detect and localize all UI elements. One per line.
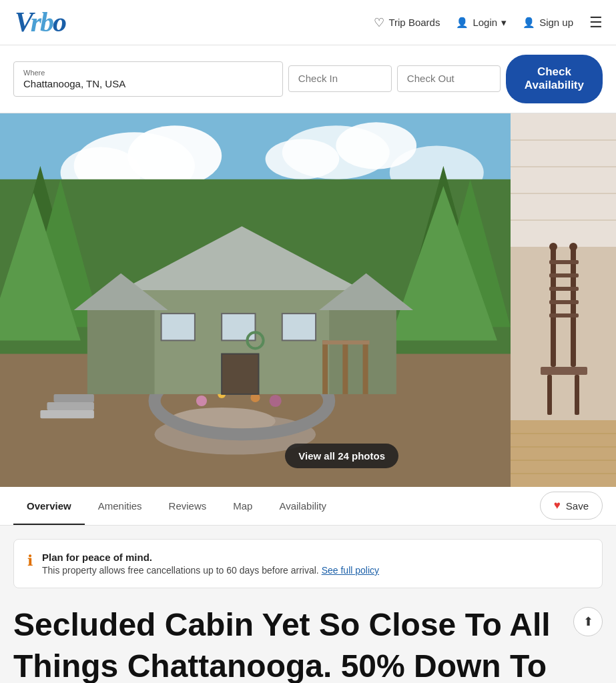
check-availability-button[interactable]: CheckAvailability — [506, 55, 603, 103]
svg-rect-55 — [541, 367, 587, 375]
svg-rect-37 — [322, 340, 369, 344]
svg-rect-31 — [222, 313, 255, 340]
checkout-field[interactable] — [397, 65, 501, 92]
signup-label: Sign up — [539, 17, 573, 28]
gallery-side-photo[interactable] — [511, 113, 616, 487]
share-icon: ⬆ — [583, 614, 593, 629]
svg-rect-40 — [47, 402, 93, 410]
svg-point-58 — [549, 243, 557, 251]
chevron-down-icon: ▾ — [501, 17, 507, 29]
tab-reviews[interactable]: Reviews — [156, 487, 220, 525]
svg-rect-51 — [549, 273, 579, 277]
svg-rect-48 — [571, 247, 576, 367]
svg-rect-43 — [511, 113, 616, 247]
svg-point-3 — [127, 125, 222, 186]
where-input[interactable] — [23, 78, 273, 89]
tabs-bar: Overview Amenities Reviews Map Availabil… — [0, 487, 616, 526]
where-label: Where — [23, 69, 273, 77]
save-label: Save — [566, 500, 589, 512]
svg-point-59 — [569, 243, 577, 251]
cabin-scene-svg — [0, 113, 511, 487]
svg-rect-49 — [551, 247, 556, 367]
share-button[interactable]: ⬆ — [573, 607, 603, 636]
svg-point-20 — [196, 396, 207, 406]
svg-rect-57 — [575, 375, 579, 415]
main-nav: ♡ Trip Boards 👤 Login ▾ 👤 Sign up ☰ — [374, 14, 603, 31]
svg-rect-53 — [549, 300, 579, 304]
svg-rect-41 — [40, 410, 94, 418]
logo-svg: Vrbo — [13, 6, 93, 35]
checkout-input[interactable] — [407, 73, 491, 84]
policy-title: Plan for peace of mind. — [42, 552, 379, 563]
trip-boards-link[interactable]: ♡ Trip Boards — [374, 15, 440, 30]
header: Vrbo ♡ Trip Boards 👤 Login ▾ 👤 Sign up ☰ — [0, 0, 616, 45]
save-button[interactable]: ♥ Save — [540, 492, 603, 520]
policy-banner: ℹ Plan for peace of mind. This property … — [13, 539, 603, 588]
save-heart-icon: ♥ — [554, 499, 561, 512]
svg-rect-60 — [511, 420, 616, 487]
svg-rect-33 — [222, 354, 258, 394]
checkin-field[interactable] — [288, 65, 392, 92]
login-link[interactable]: 👤 Login ▾ — [456, 17, 507, 29]
policy-link[interactable]: See full policy — [322, 565, 379, 576]
svg-rect-34 — [322, 340, 328, 394]
user-icon: 👤 — [456, 17, 469, 29]
heart-icon: ♡ — [374, 15, 384, 30]
svg-rect-54 — [549, 313, 579, 317]
info-icon: ℹ — [27, 552, 33, 570]
tab-overview[interactable]: Overview — [13, 487, 85, 525]
signup-icon: 👤 — [523, 17, 535, 29]
svg-point-7 — [266, 139, 340, 179]
svg-rect-32 — [282, 313, 316, 340]
trip-boards-label: Trip Boards — [388, 17, 440, 28]
main-content: ℹ Plan for peace of mind. This property … — [0, 526, 616, 683]
view-all-label: View all 24 photos — [298, 450, 385, 462]
photo-gallery: View all 24 photos — [0, 113, 616, 487]
signup-link[interactable]: 👤 Sign up — [523, 17, 573, 29]
menu-hamburger[interactable]: ☰ — [589, 14, 603, 31]
svg-rect-50 — [549, 260, 579, 264]
where-field: Where — [13, 61, 283, 97]
gallery-main-photo[interactable]: View all 24 photos — [0, 113, 511, 487]
tabs: Overview Amenities Reviews Map Availabil… — [13, 487, 340, 525]
side-photo-svg — [511, 113, 616, 487]
svg-point-23 — [270, 395, 282, 407]
svg-rect-56 — [547, 375, 552, 415]
svg-rect-52 — [549, 287, 579, 291]
policy-description: This property allows free cancellations … — [42, 565, 379, 576]
login-label: Login — [473, 17, 497, 28]
svg-rect-26 — [87, 307, 155, 394]
listing-title-row: Secluded Cabin Yet So Close To All Thing… — [13, 604, 603, 683]
checkin-input[interactable] — [298, 73, 382, 84]
tab-amenities[interactable]: Amenities — [85, 487, 156, 525]
tab-availability[interactable]: Availability — [266, 487, 340, 525]
listing-title: Secluded Cabin Yet So Close To All Thing… — [13, 604, 563, 683]
svg-rect-39 — [54, 394, 94, 402]
svg-rect-36 — [363, 340, 368, 394]
tab-map[interactable]: Map — [220, 487, 266, 525]
svg-text:Vrbo: Vrbo — [15, 7, 66, 35]
svg-rect-30 — [162, 313, 195, 340]
view-all-photos-button[interactable]: View all 24 photos — [285, 444, 398, 468]
vrbo-logo[interactable]: Vrbo — [13, 6, 93, 39]
search-bar: Where CheckAvailability — [0, 45, 616, 113]
policy-text: Plan for peace of mind. This property al… — [42, 552, 379, 576]
svg-rect-35 — [342, 340, 348, 394]
